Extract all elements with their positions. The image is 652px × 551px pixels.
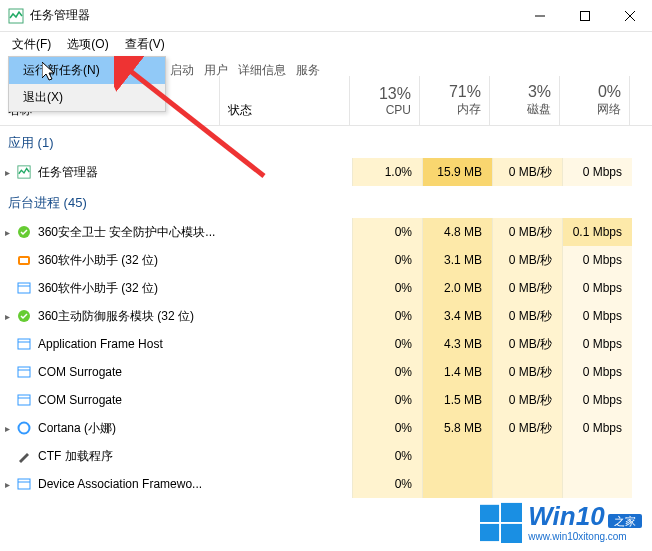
menubar: 文件(F) 选项(O) 查看(V) — [0, 32, 652, 56]
titlebar: 任务管理器 — [0, 0, 652, 32]
disk-cell: 0 MB/秒 — [492, 158, 562, 186]
tab-startup[interactable]: 启动 — [170, 62, 194, 79]
table-row[interactable]: Application Frame Host 0% 4.3 MB 0 MB/秒 … — [0, 330, 652, 358]
process-name: 任务管理器 — [38, 164, 98, 181]
tab-users[interactable]: 用户 — [204, 62, 228, 79]
process-name: COM Surrogate — [38, 365, 122, 379]
svg-rect-9 — [20, 258, 28, 263]
svg-rect-13 — [18, 339, 30, 349]
process-name: COM Surrogate — [38, 393, 122, 407]
col-cpu[interactable]: 13%CPU — [350, 76, 420, 125]
mem-cell: 15.9 MB — [422, 158, 492, 186]
cortana-icon — [16, 420, 32, 436]
menu-exit[interactable]: 退出(X) — [9, 84, 165, 111]
window-blue-icon — [16, 280, 32, 296]
process-name: CTF 加载程序 — [38, 448, 113, 465]
table-row[interactable]: ▸ Device Association Framewo... 0% — [0, 470, 652, 498]
chevron-right-icon[interactable]: ▸ — [0, 423, 14, 434]
col-network[interactable]: 0%网络 — [560, 76, 630, 125]
group-background: 后台进程 (45) — [0, 186, 652, 218]
box-orange-icon — [16, 252, 32, 268]
table-row[interactable]: 360软件小助手 (32 位) 0% 2.0 MB 0 MB/秒 0 Mbps — [0, 274, 652, 302]
menu-file[interactable]: 文件(F) — [4, 33, 59, 56]
app-icon — [16, 364, 32, 380]
table-row[interactable]: COM Surrogate 0% 1.5 MB 0 MB/秒 0 Mbps — [0, 386, 652, 414]
svg-rect-2 — [580, 11, 589, 20]
maximize-button[interactable] — [562, 0, 607, 32]
svg-point-19 — [19, 423, 30, 434]
table-row[interactable]: COM Surrogate 0% 1.4 MB 0 MB/秒 0 Mbps — [0, 358, 652, 386]
svg-rect-10 — [18, 283, 30, 293]
close-button[interactable] — [607, 0, 652, 32]
process-list: 应用 (1) ▸ 任务管理器 1.0% 15.9 MB 0 MB/秒 0 Mbp… — [0, 126, 652, 498]
tab-details[interactable]: 详细信息 — [238, 62, 286, 79]
tabs-partial: 启动 用户 详细信息 服务 — [170, 62, 320, 79]
chevron-right-icon[interactable]: ▸ — [0, 311, 14, 322]
svg-rect-20 — [18, 479, 30, 489]
svg-rect-25 — [480, 524, 499, 541]
net-cell: 0 Mbps — [562, 158, 632, 186]
window-title: 任务管理器 — [30, 7, 517, 24]
minimize-button[interactable] — [517, 0, 562, 32]
menu-view[interactable]: 查看(V) — [117, 33, 173, 56]
shield-green-icon — [16, 224, 32, 240]
process-name: Device Association Framewo... — [38, 477, 202, 491]
svg-rect-15 — [18, 367, 30, 377]
chevron-right-icon[interactable]: ▸ — [0, 227, 14, 238]
table-row[interactable]: CTF 加载程序 0% — [0, 442, 652, 470]
app-icon — [16, 392, 32, 408]
table-row[interactable]: ▸ 360安全卫士 安全防护中心模块... 0% 4.8 MB 0 MB/秒 0… — [0, 218, 652, 246]
process-name: 360安全卫士 安全防护中心模块... — [38, 224, 215, 241]
chevron-right-icon[interactable]: ▸ — [0, 167, 14, 178]
cpu-cell: 1.0% — [352, 158, 422, 186]
col-status[interactable]: 状态 — [220, 76, 350, 125]
svg-rect-26 — [501, 524, 522, 543]
windows-logo-icon — [480, 501, 522, 543]
process-name: Cortana (小娜) — [38, 420, 116, 437]
app-icon — [16, 336, 32, 352]
menu-options[interactable]: 选项(O) — [59, 33, 116, 56]
table-row[interactable]: ▸ Cortana (小娜) 0% 5.8 MB 0 MB/秒 0 Mbps — [0, 414, 652, 442]
process-name: Application Frame Host — [38, 337, 163, 351]
shield-green-icon — [16, 308, 32, 324]
menu-run-new-task[interactable]: 运行新任务(N) — [9, 57, 165, 84]
group-apps: 应用 (1) — [0, 126, 652, 158]
table-row[interactable]: ▸ 360主动防御服务模块 (32 位) 0% 3.4 MB 0 MB/秒 0 … — [0, 302, 652, 330]
svg-rect-17 — [18, 395, 30, 405]
process-name: 360软件小助手 (32 位) — [38, 252, 158, 269]
svg-rect-24 — [501, 503, 522, 522]
task-manager-icon — [8, 8, 24, 24]
table-row[interactable]: 360软件小助手 (32 位) 0% 3.1 MB 0 MB/秒 0 Mbps — [0, 246, 652, 274]
process-name: 360软件小助手 (32 位) — [38, 280, 158, 297]
col-disk[interactable]: 3%磁盘 — [490, 76, 560, 125]
chevron-right-icon[interactable]: ▸ — [0, 479, 14, 490]
table-row[interactable]: ▸ 任务管理器 1.0% 15.9 MB 0 MB/秒 0 Mbps — [0, 158, 652, 186]
file-dropdown: 运行新任务(N) 退出(X) — [8, 56, 166, 112]
svg-rect-23 — [480, 505, 499, 522]
process-name: 360主动防御服务模块 (32 位) — [38, 308, 194, 325]
watermark: Win10 之家 www.win10xitong.com — [480, 501, 642, 543]
tab-services[interactable]: 服务 — [296, 62, 320, 79]
pen-icon — [16, 448, 32, 464]
app-icon — [16, 476, 32, 492]
task-manager-icon — [16, 164, 32, 180]
col-memory[interactable]: 71%内存 — [420, 76, 490, 125]
